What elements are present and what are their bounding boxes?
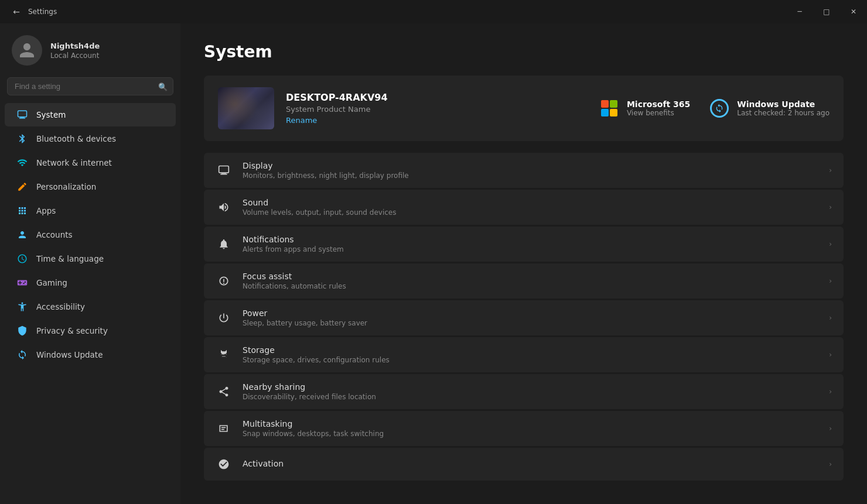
windows-update-icon	[709, 98, 730, 119]
settings-item-nearby[interactable]: Nearby sharing Discoverability, received…	[204, 374, 844, 409]
power-title: Power	[243, 308, 818, 318]
sidebar-item-system[interactable]: System	[5, 103, 176, 126]
sidebar-item-network[interactable]: Network & internet	[5, 151, 176, 174]
multitasking-text: Multitasking Snap windows, desktops, tas…	[243, 419, 818, 438]
windows-update-item[interactable]: Windows Update Last checked: 2 hours ago	[709, 98, 830, 119]
app-body: Nightsh4de Local Account 🔍 System Blueto…	[0, 23, 867, 504]
profile-info: Nightsh4de Local Account	[50, 42, 100, 60]
activation-title: Activation	[243, 459, 818, 468]
ms365-icon	[599, 98, 620, 119]
sidebar-item-accessibility-label: Accessibility	[36, 302, 85, 311]
update-circle	[710, 99, 729, 118]
nearby-text: Nearby sharing Discoverability, received…	[243, 382, 818, 401]
page-title: System	[204, 42, 844, 61]
focus-icon	[216, 273, 232, 289]
power-icon	[216, 310, 232, 326]
display-text: Display Monitors, brightness, night ligh…	[243, 161, 818, 180]
storage-title: Storage	[243, 345, 818, 355]
sidebar-item-personalization-label: Personalization	[36, 182, 96, 191]
ms365-item[interactable]: Microsoft 365 View benefits	[599, 98, 690, 119]
sidebar-item-accounts[interactable]: Accounts	[5, 223, 176, 246]
gaming-icon	[16, 277, 28, 289]
computer-name: DESKTOP-4RAKV94	[286, 92, 587, 103]
window-controls: ─ □ ✕	[786, 0, 867, 23]
sidebar-item-update[interactable]: Windows Update	[5, 343, 176, 366]
settings-item-activation[interactable]: Activation ›	[204, 448, 844, 481]
sidebar-nav: System Bluetooth & devices Network & int…	[0, 102, 180, 367]
search-box: 🔍	[7, 77, 173, 95]
sidebar-item-apps[interactable]: Apps	[5, 199, 176, 222]
svg-rect-1	[20, 117, 25, 118]
sidebar-item-privacy[interactable]: Privacy & security	[5, 319, 176, 342]
search-input[interactable]	[7, 77, 173, 95]
rename-link[interactable]: Rename	[286, 116, 317, 125]
avatar	[12, 35, 42, 66]
ms365-text: Microsoft 365 View benefits	[627, 100, 690, 117]
ms365-title: Microsoft 365	[627, 100, 690, 109]
sidebar-item-update-label: Windows Update	[36, 350, 103, 359]
settings-item-multitasking[interactable]: Multitasking Snap windows, desktops, tas…	[204, 411, 844, 446]
sound-text: Sound Volume levels, output, input, soun…	[243, 198, 818, 217]
sidebar-item-gaming[interactable]: Gaming	[5, 271, 176, 294]
profile-account-type: Local Account	[50, 52, 100, 60]
sidebar-item-bluetooth-label: Bluetooth & devices	[36, 134, 116, 143]
sidebar-item-privacy-label: Privacy & security	[36, 326, 108, 335]
settings-item-power[interactable]: Power Sleep, battery usage, battery save…	[204, 300, 844, 335]
sidebar: Nightsh4de Local Account 🔍 System Blueto…	[0, 23, 180, 504]
system-info: DESKTOP-4RAKV94 System Product Name Rena…	[286, 92, 587, 125]
time-icon	[16, 253, 28, 265]
bluetooth-icon	[16, 133, 28, 145]
close-button[interactable]: ✕	[840, 0, 867, 23]
user-icon	[18, 42, 36, 59]
sidebar-item-accessibility[interactable]: Accessibility	[5, 295, 176, 318]
window-title: Settings	[28, 8, 57, 16]
nearby-title: Nearby sharing	[243, 382, 818, 392]
settings-list: Display Monitors, brightness, night ligh…	[204, 153, 844, 481]
focus-text: Focus assist Notifications, automatic ru…	[243, 272, 818, 290]
update-sub: Last checked: 2 hours ago	[737, 109, 830, 117]
settings-item-display[interactable]: Display Monitors, brightness, night ligh…	[204, 153, 844, 188]
svg-rect-4	[221, 173, 226, 174]
profile-section[interactable]: Nightsh4de Local Account	[0, 23, 180, 77]
profile-name: Nightsh4de	[50, 42, 100, 50]
svg-rect-3	[219, 166, 229, 173]
activation-chevron: ›	[829, 460, 832, 468]
personalization-icon	[16, 181, 28, 193]
search-icon: 🔍	[158, 82, 168, 91]
back-button[interactable]: ←	[9, 5, 23, 19]
sidebar-item-time[interactable]: Time & language	[5, 247, 176, 270]
sidebar-item-personalization[interactable]: Personalization	[5, 175, 176, 198]
sidebar-item-apps-label: Apps	[36, 206, 56, 215]
notifications-desc: Alerts from apps and system	[243, 245, 818, 253]
settings-item-notifications[interactable]: Notifications Alerts from apps and syste…	[204, 227, 844, 262]
settings-item-sound[interactable]: Sound Volume levels, output, input, soun…	[204, 190, 844, 225]
sound-chevron: ›	[829, 203, 832, 211]
sidebar-item-accounts-label: Accounts	[36, 230, 73, 239]
svg-rect-5	[220, 174, 227, 175]
maximize-button[interactable]: □	[813, 0, 840, 23]
settings-item-storage[interactable]: Storage Storage space, drives, configura…	[204, 337, 844, 372]
sidebar-item-bluetooth[interactable]: Bluetooth & devices	[5, 127, 176, 150]
product-name: System Product Name	[286, 105, 587, 114]
svg-rect-2	[19, 118, 26, 119]
privacy-icon	[16, 325, 28, 337]
display-chevron: ›	[829, 166, 832, 174]
system-icon	[16, 109, 28, 121]
ms365-sub: View benefits	[627, 109, 690, 117]
sidebar-item-time-label: Time & language	[36, 254, 104, 263]
display-icon	[216, 162, 232, 179]
system-extras: Microsoft 365 View benefits Windows Upda…	[599, 98, 830, 119]
network-icon	[16, 157, 28, 169]
multitasking-desc: Snap windows, desktops, task switching	[243, 430, 818, 438]
power-text: Power Sleep, battery usage, battery save…	[243, 308, 818, 327]
display-desc: Monitors, brightness, night light, displ…	[243, 172, 818, 180]
update-text: Windows Update Last checked: 2 hours ago	[737, 100, 830, 117]
minimize-button[interactable]: ─	[786, 0, 813, 23]
sidebar-item-network-label: Network & internet	[36, 158, 112, 167]
activation-icon	[216, 456, 232, 472]
notifications-text: Notifications Alerts from apps and syste…	[243, 235, 818, 253]
system-card: DESKTOP-4RAKV94 System Product Name Rena…	[204, 76, 844, 141]
sound-icon	[216, 199, 232, 215]
accounts-icon	[16, 229, 28, 241]
settings-item-focus[interactable]: Focus assist Notifications, automatic ru…	[204, 263, 844, 299]
